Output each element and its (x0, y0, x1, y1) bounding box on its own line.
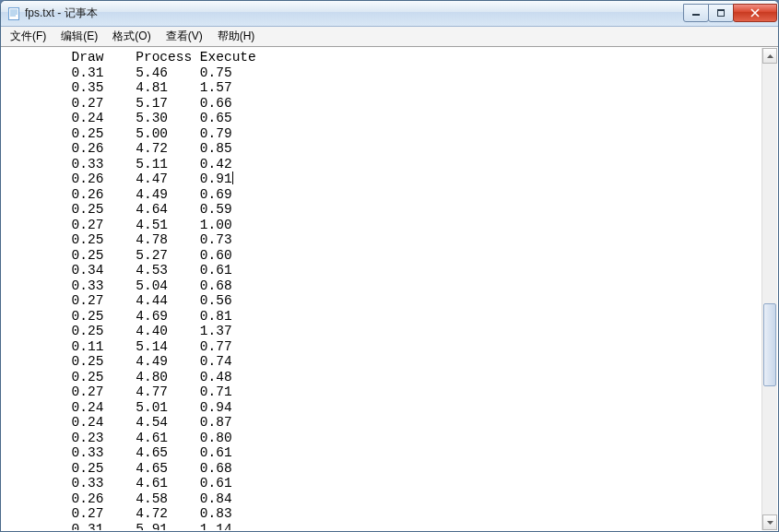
maximize-button[interactable] (708, 4, 734, 22)
menubar: 文件(F) 编辑(E) 格式(O) 查看(V) 帮助(H) (1, 27, 778, 47)
scroll-up-button[interactable] (762, 48, 777, 64)
scroll-track[interactable] (762, 64, 777, 514)
window-title: fps.txt - 记事本 (25, 6, 98, 21)
client-area: Draw Process Execute 0.31 5.46 0.75 0.35… (1, 47, 778, 531)
notepad-icon (6, 6, 21, 21)
vertical-scrollbar[interactable] (761, 48, 777, 530)
menu-help[interactable]: 帮助(H) (210, 27, 263, 46)
scroll-thumb[interactable] (763, 303, 776, 386)
text-caret (232, 171, 233, 184)
menu-view[interactable]: 查看(V) (159, 27, 210, 46)
window-controls (684, 4, 777, 22)
menu-file[interactable]: 文件(F) (3, 27, 53, 46)
text-editor[interactable]: Draw Process Execute 0.31 5.46 0.75 0.35… (2, 48, 761, 530)
menu-format[interactable]: 格式(O) (105, 27, 158, 46)
titlebar[interactable]: fps.txt - 记事本 (1, 1, 778, 27)
close-button[interactable] (733, 4, 777, 22)
minimize-button[interactable] (683, 4, 709, 22)
notepad-window: fps.txt - 记事本 文件(F) 编辑(E) 格式(O) 查看(V) 帮助… (0, 0, 779, 532)
scroll-down-button[interactable] (762, 514, 777, 530)
menu-edit[interactable]: 编辑(E) (53, 27, 105, 46)
